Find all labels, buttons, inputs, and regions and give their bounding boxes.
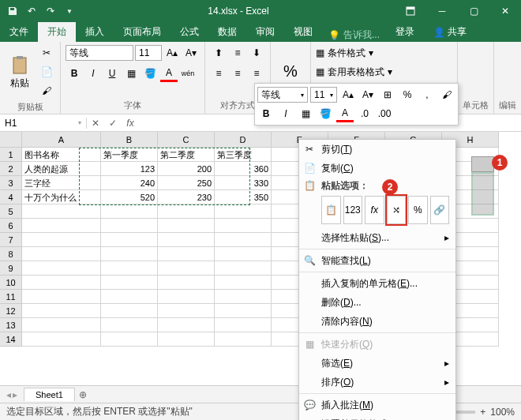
ctx-filter[interactable]: 筛选(E)▸ (299, 354, 455, 373)
mt-fill-color-button[interactable]: 🪣 (317, 105, 334, 122)
cell-C1[interactable]: 第二季度 (158, 148, 215, 162)
cell-C2[interactable]: 200 (158, 162, 215, 176)
align-top-icon[interactable]: ⬆ (210, 44, 227, 62)
row-header-4[interactable]: 4 (0, 190, 22, 204)
paste-formatting[interactable]: % (408, 196, 428, 224)
table-format-button[interactable]: 套用表格格式 (328, 66, 384, 79)
mt-bold-button[interactable]: B (257, 105, 275, 122)
mt-comma-icon[interactable]: , (418, 86, 436, 103)
cell-C11[interactable] (158, 290, 215, 304)
cell-A5[interactable] (22, 204, 101, 219)
cell-D7[interactable] (215, 233, 272, 247)
cell-D4[interactable]: 350 (215, 190, 272, 204)
cell-B8[interactable] (101, 247, 158, 261)
ctx-insert-comment[interactable]: 💬插入批注(M) (299, 396, 455, 414)
mt-border-button[interactable]: ▦ (297, 105, 314, 122)
add-sheet-button[interactable]: ⊕ (75, 387, 91, 403)
row-header-7[interactable]: 7 (0, 233, 22, 247)
cut-icon[interactable]: ✂ (38, 44, 55, 62)
name-box[interactable]: H1▾ (0, 118, 87, 129)
cell-A4[interactable]: 十万个为什么 (22, 190, 101, 204)
cell-A8[interactable] (22, 247, 101, 261)
col-header-A[interactable]: A (22, 132, 101, 148)
cell-A12[interactable] (22, 304, 101, 318)
cell-C3[interactable]: 250 (158, 176, 215, 190)
ctx-delete[interactable]: 删除(D)... (299, 293, 455, 312)
cell-C5[interactable] (158, 204, 215, 219)
cell-D8[interactable] (215, 247, 272, 261)
ribbon-options-icon[interactable] (395, 0, 426, 22)
cell-D11[interactable] (215, 290, 272, 304)
align-left-icon[interactable]: ≡ (210, 65, 227, 82)
enter-formula-icon[interactable]: ✓ (104, 114, 122, 132)
border-button[interactable]: ▦ (122, 65, 140, 82)
cell-D13[interactable] (215, 318, 272, 332)
cell-D14[interactable] (215, 332, 272, 347)
sheet-tab-1[interactable]: Sheet1 (24, 388, 75, 401)
tab-data[interactable]: 数据 (208, 22, 246, 42)
ctx-copy[interactable]: 📄复制(C) (299, 159, 455, 178)
grow-font-icon[interactable]: A▴ (163, 44, 181, 62)
cell-B7[interactable] (101, 233, 158, 247)
paste-transpose[interactable]: ⤭ (387, 196, 407, 224)
mt-format-painter-icon[interactable]: 🖌 (438, 86, 455, 103)
paste-formulas[interactable]: fx (365, 196, 384, 224)
cell-C13[interactable] (158, 318, 215, 332)
mt-italic-button[interactable]: I (277, 105, 294, 122)
cell-D5[interactable] (215, 204, 272, 219)
redo-icon[interactable]: ↷ (44, 5, 57, 17)
cell-A10[interactable] (22, 276, 101, 290)
cell-D1[interactable]: 第三季度 (215, 148, 272, 162)
ctx-cut[interactable]: ✂剪切(T) (299, 140, 455, 159)
font-color-button[interactable]: A (160, 65, 178, 82)
font-size-combo[interactable]: 11 (135, 45, 162, 61)
cancel-formula-icon[interactable]: ✕ (87, 114, 104, 132)
cell-C7[interactable] (158, 233, 215, 247)
cell-B3[interactable]: 240 (101, 176, 158, 190)
tab-home[interactable]: 开始 (38, 22, 76, 42)
row-header-2[interactable]: 2 (0, 162, 22, 176)
mt-merge-icon[interactable]: ⊞ (379, 86, 396, 103)
conditional-format-button[interactable]: 条件格式 (328, 47, 365, 60)
fx-icon[interactable]: fx (122, 114, 139, 132)
cell-B13[interactable] (101, 318, 158, 332)
row-header-8[interactable]: 8 (0, 247, 22, 261)
sheet-nav-last-icon[interactable]: ▸ (13, 389, 17, 400)
login-button[interactable]: 登录 (386, 22, 424, 42)
cell-A6[interactable] (22, 219, 101, 233)
select-all-corner[interactable] (0, 132, 22, 148)
paste-button[interactable]: 粘贴 (5, 44, 35, 99)
tell-me[interactable]: 💡告诉我... (322, 28, 386, 42)
cell-A13[interactable] (22, 318, 101, 332)
cell-B2[interactable]: 123 (101, 162, 158, 176)
mt-font-combo[interactable]: 等线▾ (257, 87, 308, 103)
cell-C9[interactable] (158, 261, 215, 276)
cell-A14[interactable] (22, 332, 101, 347)
col-header-C[interactable]: C (158, 132, 215, 148)
sheet-nav-first-icon[interactable]: ◂ (6, 389, 11, 400)
cell-D2[interactable]: 360 (215, 162, 272, 176)
tab-review[interactable]: 审阅 (246, 22, 284, 42)
cell-A11[interactable] (22, 290, 101, 304)
cell-A7[interactable] (22, 233, 101, 247)
paste-all[interactable]: 📋 (321, 196, 341, 224)
row-header-12[interactable]: 12 (0, 304, 22, 318)
align-bottom-icon[interactable]: ⬇ (248, 44, 265, 62)
cell-A2[interactable]: 人类的起源 (22, 162, 101, 176)
cell-B9[interactable] (101, 261, 158, 276)
ctx-paste-special[interactable]: 选择性粘贴(S)...▸ (299, 228, 455, 247)
qat-dropdown-icon[interactable]: ▼ (63, 5, 76, 17)
underline-button[interactable]: U (103, 65, 121, 82)
zoom-in-button[interactable]: + (480, 407, 485, 418)
minimize-button[interactable]: ─ (426, 0, 458, 22)
cell-B1[interactable]: 第一季度 (101, 148, 158, 162)
row-header-11[interactable]: 11 (0, 290, 22, 304)
row-header-5[interactable]: 5 (0, 204, 22, 219)
ctx-clear[interactable]: 清除内容(N) (299, 312, 455, 331)
row-header-13[interactable]: 13 (0, 318, 22, 332)
cell-B4[interactable]: 520 (101, 190, 158, 204)
ctx-insert-copied[interactable]: 插入复制的单元格(E)... (299, 274, 455, 293)
ctx-sort[interactable]: 排序(O)▸ (299, 373, 455, 392)
zoom-level[interactable]: 100% (490, 407, 515, 418)
tab-layout[interactable]: 页面布局 (114, 22, 171, 42)
